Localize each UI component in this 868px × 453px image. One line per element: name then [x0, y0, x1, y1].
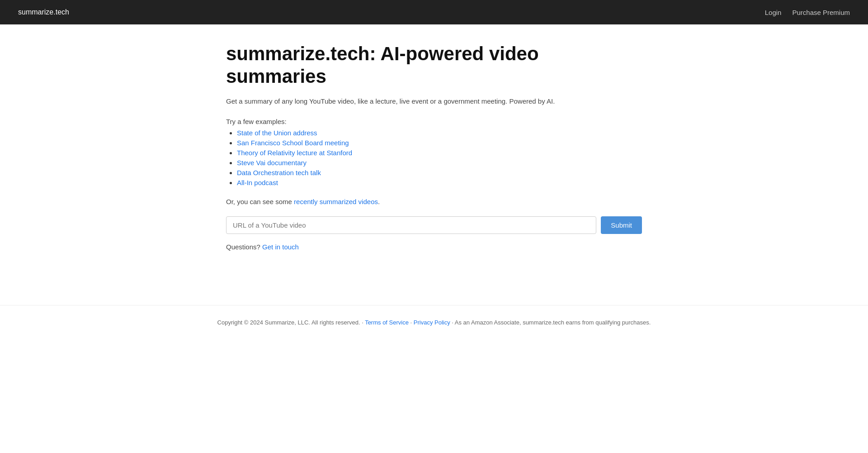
questions-prefix: Questions? [226, 243, 262, 251]
example-link-3[interactable]: Theory of Relativity lecture at Stanford [237, 149, 352, 157]
terms-of-service-link[interactable]: Terms of Service [365, 319, 409, 326]
example-link-2[interactable]: San Francisco School Board meeting [237, 139, 349, 147]
recently-summarized-link[interactable]: recently summarized videos [294, 198, 378, 205]
page-subtitle: Get a summary of any long YouTube video,… [226, 97, 642, 105]
list-item: All-In podcast [237, 179, 642, 187]
list-item: Data Orchestration tech talk [237, 169, 642, 177]
footer-copyright: Copyright © 2024 Summarize, LLC. All rig… [217, 319, 365, 326]
navbar-brand[interactable]: summarize.tech [18, 8, 69, 16]
main-content: summarize.tech: AI-powered video summari… [217, 24, 651, 278]
footer-separator: · [409, 319, 414, 326]
get-in-touch-link[interactable]: Get in touch [262, 243, 299, 251]
footer: Copyright © 2024 Summarize, LLC. All rig… [0, 305, 868, 339]
login-link[interactable]: Login [765, 9, 782, 16]
purchase-premium-link[interactable]: Purchase Premium [792, 9, 850, 16]
url-input[interactable] [226, 216, 596, 234]
list-item: State of the Union address [237, 129, 642, 137]
submit-button[interactable]: Submit [601, 216, 642, 234]
examples-label: Try a few examples: [226, 118, 642, 125]
footer-amazon: · As an Amazon Associate, summarize.tech… [450, 319, 651, 326]
list-item: San Francisco School Board meeting [237, 139, 642, 147]
privacy-policy-link[interactable]: Privacy Policy [414, 319, 450, 326]
list-item: Steve Vai documentary [237, 159, 642, 167]
url-form: Submit [226, 216, 642, 234]
example-link-1[interactable]: State of the Union address [237, 129, 317, 137]
navbar: summarize.tech Login Purchase Premium [0, 0, 868, 24]
recent-suffix: . [378, 198, 380, 205]
recent-prefix: Or, you can see some [226, 198, 294, 205]
recent-text: Or, you can see some recently summarized… [226, 198, 642, 205]
examples-list: State of the Union address San Francisco… [226, 129, 642, 187]
list-item: Theory of Relativity lecture at Stanford [237, 149, 642, 157]
navbar-links: Login Purchase Premium [765, 9, 850, 16]
example-link-5[interactable]: Data Orchestration tech talk [237, 169, 321, 176]
example-link-4[interactable]: Steve Vai documentary [237, 159, 307, 167]
questions-text: Questions? Get in touch [226, 243, 642, 251]
page-title: summarize.tech: AI-powered video summari… [226, 43, 642, 88]
example-link-6[interactable]: All-In podcast [237, 179, 278, 186]
